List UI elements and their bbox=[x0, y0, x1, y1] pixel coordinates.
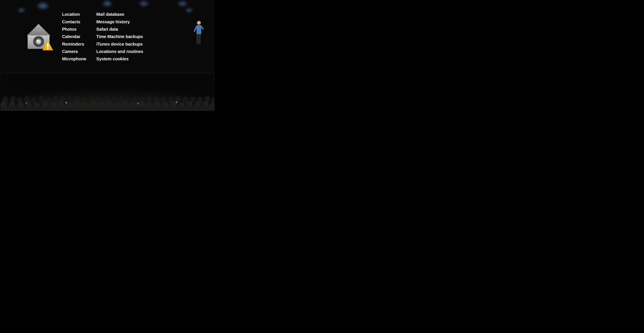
svg-rect-86 bbox=[26, 102, 27, 104]
item-system-cookies: System cookies bbox=[96, 55, 143, 62]
svg-line-21 bbox=[201, 26, 203, 29]
icon-area bbox=[22, 23, 55, 50]
privacy-items-list: Location Contacts Photos Calendar Remind… bbox=[62, 11, 193, 62]
svg-point-18 bbox=[197, 21, 201, 25]
item-time-machine-backups: Time Machine backups bbox=[96, 33, 143, 40]
item-message-history: Message history bbox=[96, 18, 143, 25]
item-itunes-device-backups: iTunes device backups bbox=[96, 41, 143, 47]
svg-rect-83 bbox=[66, 102, 67, 104]
svg-rect-82 bbox=[0, 107, 214, 111]
item-contacts: Contacts bbox=[62, 18, 86, 25]
house-lock-icon bbox=[25, 23, 52, 50]
svg-rect-16 bbox=[47, 43, 48, 48]
svg-line-20 bbox=[194, 26, 196, 31]
item-location: Location bbox=[62, 11, 86, 17]
presenter-figure bbox=[194, 20, 204, 48]
item-photos: Photos bbox=[62, 26, 86, 32]
item-reminders: Reminders bbox=[62, 41, 86, 47]
svg-point-45 bbox=[147, 96, 152, 103]
svg-point-10 bbox=[37, 40, 38, 41]
presentation-stage: Location Contacts Photos Calendar Remind… bbox=[0, 0, 215, 73]
svg-point-9 bbox=[36, 39, 41, 44]
svg-rect-1 bbox=[38, 28, 40, 31]
item-safari-data: Safari data bbox=[96, 26, 143, 32]
item-mail-database: Mail database bbox=[96, 11, 143, 17]
svg-rect-23 bbox=[199, 34, 200, 44]
item-calendar: Calendar bbox=[62, 33, 86, 40]
audience-silhouettes bbox=[0, 73, 215, 111]
svg-point-5 bbox=[28, 47, 30, 49]
svg-rect-22 bbox=[196, 34, 198, 44]
left-column: Location Contacts Photos Calendar Remind… bbox=[62, 11, 86, 62]
svg-point-41 bbox=[118, 96, 124, 103]
audience-area bbox=[0, 73, 215, 111]
item-camera: Camera bbox=[62, 48, 86, 55]
warning-badge-icon bbox=[42, 40, 54, 52]
svg-rect-85 bbox=[176, 101, 177, 103]
item-microphone: Microphone bbox=[62, 55, 86, 62]
svg-point-17 bbox=[47, 48, 48, 49]
right-column: Mail database Message history Safari dat… bbox=[96, 11, 143, 62]
svg-rect-84 bbox=[137, 102, 138, 104]
svg-rect-19 bbox=[196, 25, 201, 34]
item-locations-and-routines: Locations and routines bbox=[96, 48, 143, 55]
